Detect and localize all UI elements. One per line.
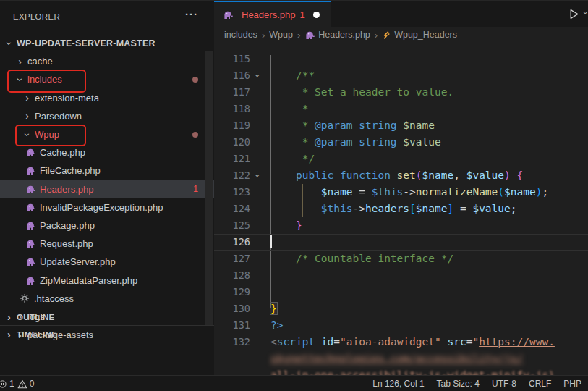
more-actions-icon[interactable]: ··· xyxy=(185,8,198,20)
tree-item-cache-php[interactable]: Cache.php xyxy=(0,143,214,161)
breadcrumb-item-wpup[interactable]: Wpup xyxy=(269,30,293,40)
code-text: * Set a header to value. xyxy=(264,84,453,101)
gutter-space xyxy=(250,267,264,284)
tree-item-label: Headers.php xyxy=(40,184,93,195)
fold-chevron-icon[interactable]: › xyxy=(250,167,264,184)
line-number: 118 xyxy=(214,101,250,117)
code-line-125[interactable]: 125 } xyxy=(214,217,588,234)
breadcrumb-label: Headers.php xyxy=(318,30,370,40)
line-number: 120 xyxy=(214,134,250,151)
code-line-128[interactable]: 128 xyxy=(214,267,588,284)
line-number: 129 xyxy=(214,284,250,300)
tree-item-updateserver-php[interactable]: UpdateServer.php xyxy=(0,253,214,271)
code-line-119[interactable]: 119 * @param string $name xyxy=(214,117,588,134)
code-text: public function set($name, $value) { xyxy=(264,167,523,184)
warning-icon xyxy=(17,379,27,389)
status-tab-size[interactable]: Tab Size: 4 xyxy=(437,379,480,389)
fold-chevron-icon[interactable]: › xyxy=(250,67,264,84)
gutter-space xyxy=(250,284,264,300)
tree-item-wp-update-server-master[interactable]: ›WP-UPDATE-SERVER-MASTER xyxy=(0,34,214,52)
code-line-118[interactable]: 118 * xyxy=(214,101,588,117)
modified-dot-icon xyxy=(192,132,198,138)
code-line-131[interactable]: 131?> xyxy=(214,317,588,334)
code-line-117[interactable]: 117 * Set a header to value. xyxy=(214,84,588,101)
gutter-space xyxy=(250,251,264,267)
code-text: } xyxy=(264,217,302,234)
line-number: 121 xyxy=(214,151,250,167)
status-encoding[interactable]: UTF-8 xyxy=(492,379,516,389)
tree-item-invalidpackageexception-php[interactable]: InvalidPackageException.php xyxy=(0,198,214,216)
sidebar-scrollbar[interactable] xyxy=(205,51,213,325)
line-number: 126 xyxy=(214,234,250,251)
line-number: 128 xyxy=(214,267,250,284)
timeline-section[interactable]: › TIMELINE xyxy=(0,325,214,343)
tab-error-badge: 1 xyxy=(299,9,304,20)
line-number: 130 xyxy=(214,300,250,317)
gutter-space xyxy=(250,134,264,151)
code-line-120[interactable]: 120 * @param string $value xyxy=(214,134,588,151)
line-number: 122 xyxy=(214,167,250,184)
status-errors[interactable]: 1 xyxy=(0,379,14,389)
tree-item-package-php[interactable]: Package.php xyxy=(0,216,214,235)
code-line-116[interactable]: 116› /** xyxy=(214,67,588,84)
status-cursor-position[interactable]: Ln 126, Col 1 xyxy=(372,379,424,389)
tree-item-label: ZipMetadataParser.php xyxy=(40,275,137,286)
gutter-space xyxy=(250,151,264,167)
status-eol[interactable]: CRLF xyxy=(529,379,551,389)
code-text: /** xyxy=(264,67,315,84)
breadcrumb-label: Wpup_Headers xyxy=(394,30,457,40)
breadcrumb-item-includes[interactable]: includes xyxy=(224,30,257,40)
tree-item-filecache-php[interactable]: FileCache.php xyxy=(0,161,214,180)
code-line-127[interactable]: 127 /* Countable interface */ xyxy=(214,251,588,267)
code-line-132[interactable]: 132<script id="aioa-adawidget" src="http… xyxy=(214,334,588,350)
modified-dot-icon[interactable] xyxy=(313,12,320,18)
code-line-121[interactable]: 121 */ xyxy=(214,151,588,167)
tree-item-headers-php[interactable]: Headers.php1 xyxy=(0,180,214,198)
code-text xyxy=(264,51,270,67)
code-line-123[interactable]: 123 $name = $this->normalizeName($name); xyxy=(214,184,588,201)
php-file-icon xyxy=(25,256,36,268)
status-warnings[interactable]: 0 xyxy=(17,379,35,389)
editor-group: Headers.php 1 › includes›Wpup›Headers.ph… xyxy=(214,1,588,375)
code-line-126[interactable]: 126 xyxy=(214,234,588,251)
tree-item-extension-meta[interactable]: ›extension-meta xyxy=(0,89,214,107)
code-text: * @param string $name xyxy=(264,117,435,134)
chevron-down-icon[interactable]: › xyxy=(581,12,588,16)
tree-item-request-php[interactable]: Request.php xyxy=(0,235,214,253)
code-line-122[interactable]: 122› public function set($name, $value) … xyxy=(214,167,588,184)
tree-item-htaccess[interactable]: .htaccess xyxy=(0,290,214,308)
code-line-129[interactable]: 129 xyxy=(214,284,588,300)
tree-item-includes[interactable]: ›includes xyxy=(0,70,214,88)
tree-item-wpup[interactable]: ›Wpup xyxy=(0,125,214,143)
code-line-124[interactable]: 124 $this->headers[$name] = $value; xyxy=(214,201,588,217)
tree-item-cache[interactable]: ›cache xyxy=(0,52,214,70)
tab-headers-php[interactable]: Headers.php 1 xyxy=(214,1,331,27)
status-language[interactable]: PHP xyxy=(563,379,581,389)
code-line-115[interactable]: 115 xyxy=(214,51,588,67)
gutter-space xyxy=(250,350,264,367)
gutter-space xyxy=(250,317,264,334)
status-left: 10 xyxy=(0,379,34,389)
vscode-window: EXPLORER ··· ›WP-UPDATE-SERVER-MASTER›ca… xyxy=(0,0,588,391)
gutter-space xyxy=(250,117,264,134)
line-number: 125 xyxy=(214,217,250,234)
gutter-space xyxy=(250,234,264,251)
code-editor[interactable]: 115116› /**117 * Set a header to value.1… xyxy=(214,43,588,375)
outline-section[interactable]: › OUTLINE xyxy=(0,308,214,326)
line-number: 116 xyxy=(214,67,250,84)
line-number: 132 xyxy=(214,334,250,350)
php-file-icon xyxy=(25,165,36,177)
tree-item-zipmetadataparser-php[interactable]: ZipMetadataParser.php xyxy=(0,271,214,289)
php-file-icon xyxy=(25,219,36,231)
breadcrumb: includes›Wpup›Headers.php›Wpup_Headers xyxy=(214,27,588,43)
code-line-130[interactable]: 130} xyxy=(214,300,588,317)
tree-item-parsedown[interactable]: ›Parsedown xyxy=(0,107,214,125)
code-text: $name = $this->normalizeName($name); xyxy=(264,184,548,201)
outline-label: OUTLINE xyxy=(17,313,55,321)
breadcrumb-item-wpup-headers[interactable]: Wpup_Headers xyxy=(382,30,457,40)
line-number: 117 xyxy=(214,84,250,101)
breadcrumb-item-headers-php[interactable]: Headers.php xyxy=(304,30,370,40)
tree-item-label: UpdateServer.php xyxy=(40,256,116,267)
code-line-wrap[interactable]: skynettechnologies.com/accessibility/js/ xyxy=(214,350,588,367)
tree-item-label: includes xyxy=(27,74,62,85)
